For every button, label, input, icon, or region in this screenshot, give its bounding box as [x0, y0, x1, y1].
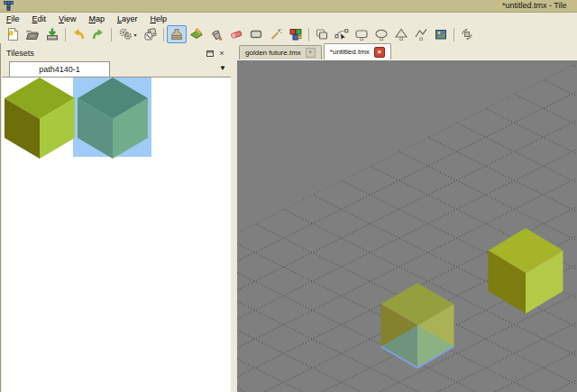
- select-objects-icon: [315, 27, 329, 41]
- tileset-tile-teal-cube-selected[interactable]: [78, 77, 148, 159]
- gears-icon: [118, 27, 133, 41]
- open-button[interactable]: [23, 25, 42, 43]
- float-window-icon: [206, 50, 215, 58]
- toolbar-separator: [163, 28, 164, 41]
- tileset-tile-olive-cube[interactable]: [5, 77, 75, 159]
- execute-command-button[interactable]: ▾: [114, 25, 141, 43]
- select-objects-button[interactable]: [312, 25, 332, 43]
- tileset-dropdown-icon[interactable]: ▼: [219, 64, 226, 72]
- map-view[interactable]: [237, 59, 577, 392]
- titlebar: *untitled.tmx - Tile: [0, 0, 577, 13]
- tileset-tabbar: path4140-1 ▼: [1, 61, 231, 77]
- same-tile-select-button[interactable]: [286, 25, 306, 43]
- insert-polygon-button[interactable]: [391, 25, 411, 43]
- terrain-brush-button[interactable]: [187, 25, 206, 43]
- save-icon: [45, 27, 60, 41]
- tab-untitled[interactable]: *untitled.tmx ×: [324, 43, 391, 59]
- magic-wand-button[interactable]: [266, 25, 286, 43]
- insert-rectangle-button[interactable]: [352, 25, 371, 43]
- float-panel-button[interactable]: [206, 49, 216, 59]
- stamp-brush-button[interactable]: [167, 25, 187, 43]
- brush-preview-cube: [381, 283, 454, 368]
- tileset-tab[interactable]: path4140-1: [9, 61, 110, 77]
- polyline-icon: [414, 27, 428, 41]
- menubar: File Edit View Map Layer Help: [0, 13, 577, 25]
- rectangle-icon: [354, 27, 369, 41]
- placed-tile-olive-cube[interactable]: [489, 228, 563, 314]
- insert-ellipse-button[interactable]: [371, 25, 391, 43]
- close-panel-button[interactable]: ×: [216, 49, 227, 59]
- window-title: *untitled.tmx - Tile: [502, 1, 567, 10]
- rotate-icon: [460, 27, 474, 41]
- new-file-icon: [5, 27, 20, 41]
- menu-map[interactable]: Map: [82, 14, 111, 24]
- terrain-icon: [189, 27, 204, 41]
- tileset-view: [2, 77, 231, 392]
- magic-wand-icon: [269, 27, 283, 41]
- open-folder-icon: [25, 27, 40, 41]
- polygon-icon: [394, 27, 408, 41]
- toolbar-separator: [308, 28, 309, 41]
- undo-arrow-icon: [71, 27, 86, 41]
- tiled-logo-icon: [4, 1, 14, 11]
- rotate-button[interactable]: [457, 25, 477, 43]
- menu-view[interactable]: View: [52, 14, 82, 24]
- rectangular-select-button[interactable]: [246, 25, 266, 43]
- tile-image-icon: [434, 27, 448, 41]
- same-tile-icon: [288, 27, 303, 41]
- close-icon: ×: [219, 50, 224, 58]
- rect-select-icon: [249, 27, 263, 41]
- document-area: golden future.tmx × *untitled.tmx ×: [237, 43, 577, 392]
- undo-button[interactable]: [69, 25, 88, 43]
- edit-polygons-button[interactable]: [332, 25, 352, 43]
- bucket-icon: [209, 27, 224, 41]
- close-tab-icon[interactable]: ×: [374, 47, 385, 58]
- edit-polygons-icon: [334, 27, 349, 41]
- insert-tile-button[interactable]: [431, 25, 451, 43]
- dice-icon: [143, 27, 158, 41]
- bucket-fill-button[interactable]: [206, 25, 226, 43]
- tab-label: golden future.tmx: [245, 49, 301, 57]
- redo-button[interactable]: [88, 25, 108, 43]
- tilesets-panel-title: Tilesets: [6, 49, 206, 58]
- stamp-icon: [169, 27, 184, 41]
- menu-file[interactable]: File: [0, 14, 26, 24]
- toolbar-separator: [65, 28, 66, 41]
- eraser-button[interactable]: [226, 25, 246, 43]
- tilesets-panel: Tilesets × path4140-1 ▼: [0, 43, 231, 392]
- menu-layer[interactable]: Layer: [111, 14, 144, 24]
- toolbar-separator: [453, 28, 454, 41]
- toolbar-separator: [111, 28, 112, 41]
- document-tabbar: golden future.tmx × *untitled.tmx ×: [237, 43, 577, 59]
- menu-edit[interactable]: Edit: [26, 14, 53, 24]
- dropdown-arrow-icon: ▾: [133, 32, 136, 38]
- save-button[interactable]: [42, 25, 62, 43]
- tab-golden-future[interactable]: golden future.tmx ×: [239, 45, 322, 59]
- insert-polyline-button[interactable]: [411, 25, 431, 43]
- menu-help[interactable]: Help: [143, 14, 173, 24]
- tab-label: *untitled.tmx: [330, 48, 370, 56]
- eraser-icon: [229, 27, 243, 41]
- new-map-button[interactable]: [3, 25, 23, 43]
- random-mode-button[interactable]: [141, 25, 160, 43]
- redo-arrow-icon: [91, 27, 105, 41]
- ellipse-icon: [374, 27, 389, 41]
- tilesets-panel-header: Tilesets ×: [1, 43, 231, 61]
- main-toolbar: ▾: [0, 25, 577, 43]
- close-tab-icon[interactable]: ×: [306, 48, 316, 58]
